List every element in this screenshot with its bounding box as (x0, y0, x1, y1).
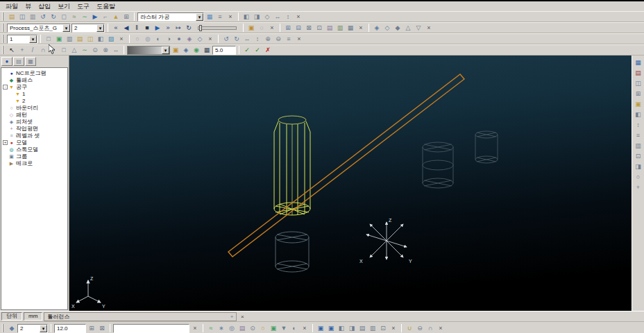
workplane-icon[interactable]: ◈ (372, 24, 382, 33)
nc-toolbar-close-icon[interactable]: × (117, 35, 126, 44)
tree-item[interactable]: ◆ 툴패스 (1, 76, 67, 83)
redo-icon[interactable]: ↻ (49, 12, 58, 22)
edit-toolbar-close-icon[interactable]: × (356, 24, 366, 33)
measure-icon[interactable]: ▦ (346, 24, 355, 33)
shaded-view-icon[interactable]: ◧ (242, 12, 251, 22)
subtract-icon[interactable]: ⊖ (415, 324, 425, 333)
tree-expander-icon[interactable] (3, 112, 8, 117)
rv-half-icon[interactable]: ◨ (634, 162, 643, 171)
clipboard-tab-icon[interactable]: ▦ (25, 57, 36, 66)
rest-machining-icon[interactable]: ◐ (289, 324, 299, 333)
view-left-right-icon[interactable]: ↔ (242, 35, 252, 44)
display-close-icon[interactable]: × (389, 324, 398, 333)
chevron-down-icon[interactable]: ▾ (196, 13, 203, 21)
workplane-edit-icon[interactable]: ◇ (382, 24, 392, 33)
process-select[interactable]: Process_스포츠_G ▾ (7, 24, 71, 33)
levels-tab-icon[interactable]: ▤ (13, 57, 24, 66)
toolbar-grip[interactable] (2, 46, 4, 54)
rv-zoom-icon[interactable]: ↕ (634, 121, 643, 130)
zoom-out-icon[interactable]: ⊖ (273, 35, 283, 44)
cancel-icon[interactable]: ✗ (263, 46, 273, 55)
tree-item[interactable]: ▼ 1 (1, 90, 67, 97)
tree-item[interactable]: - ▼ 공구 (1, 83, 67, 90)
nc-write-icon[interactable]: ▣ (54, 35, 64, 44)
menu-item[interactable]: 도움말 (93, 2, 119, 10)
tree-expander-icon[interactable]: + (3, 140, 8, 145)
rotate-icon[interactable]: ▽ (414, 24, 423, 33)
tree-item[interactable]: ◇ 패턴 (1, 111, 67, 118)
create-arc-icon[interactable]: ∩ (38, 46, 48, 55)
wireframe-view-icon[interactable]: ◨ (252, 12, 262, 22)
tree-expander-icon[interactable] (3, 119, 8, 124)
viewport-3d[interactable]: Z X Y Z X Y (69, 56, 632, 311)
collision-check-icon[interactable]: ▲ (111, 12, 121, 22)
open-project-icon[interactable]: ▤ (7, 12, 17, 22)
boundary-silhouette-icon[interactable]: ● (174, 35, 184, 44)
toolpath-create-icon[interactable]: ∼ (80, 12, 90, 22)
nc-count-select[interactable]: 2 ▾ (71, 24, 105, 33)
block-show-icon[interactable]: ⊞ (283, 24, 293, 33)
limit-icon[interactable]: ⊡ (314, 24, 324, 33)
drill-icon[interactable]: ▼ (279, 324, 289, 333)
sim-to-end-icon[interactable]: ↦ (173, 24, 183, 33)
align-icon[interactable]: ◆ (393, 24, 402, 33)
leads-links-icon[interactable]: ⌐ (101, 12, 110, 22)
toolbar-grip[interactable] (2, 12, 4, 21)
trim-icon[interactable]: ⊗ (101, 46, 110, 55)
transform-close-icon[interactable]: × (424, 24, 434, 33)
rv-list-icon[interactable]: ≡ (634, 131, 643, 140)
tree-expander-icon[interactable] (3, 147, 8, 152)
grid-off-icon[interactable]: ⊠ (97, 324, 107, 333)
pattern-make-icon[interactable]: ▤ (325, 24, 334, 33)
surface-icon[interactable]: ◈ (181, 46, 191, 55)
translucency-icon[interactable]: ◌ (257, 24, 266, 33)
rv-grid-icon[interactable]: ▥ (634, 142, 643, 151)
explorer-tab-icon[interactable]: ● (1, 57, 12, 66)
boundary-rest-icon[interactable]: ◐ (153, 35, 163, 44)
tree-expander-icon[interactable] (3, 105, 8, 110)
refresh-icon[interactable]: ≡ (284, 35, 294, 44)
tree-expander-icon[interactable] (3, 126, 8, 131)
apply-icon[interactable]: ✓ (253, 46, 262, 55)
level-select[interactable]: 1 ▾ (7, 35, 37, 44)
batch-process-icon[interactable]: ≡ (215, 12, 225, 22)
chevron-down-icon[interactable]: ▾ (162, 46, 169, 54)
pattern-strategy-icon[interactable]: ▤ (237, 324, 247, 333)
tree-expander-icon[interactable] (3, 71, 8, 76)
create-polygon-icon[interactable]: △ (69, 46, 79, 55)
line-style-select[interactable]: ▾ (127, 46, 170, 55)
tree-expander-icon[interactable] (3, 78, 8, 83)
save-project-icon[interactable]: ◫ (17, 12, 27, 22)
tree-expander-icon[interactable] (9, 92, 14, 96)
point-distribution-select[interactable]: 2 ▾ (17, 324, 48, 333)
tree-expander-icon[interactable] (3, 133, 8, 138)
sim-pause-icon[interactable]: ‖ (132, 24, 142, 33)
boundary-toolbar-close-icon[interactable]: × (205, 35, 215, 44)
tree-expander-icon[interactable]: - (3, 85, 8, 89)
tree-item[interactable]: ▼ 2 (1, 97, 67, 104)
nc-program-icon[interactable]: □ (44, 35, 53, 44)
boundary-edit-icon[interactable]: ⊠ (304, 24, 314, 33)
feed-rate-icon[interactable]: ≈ (69, 12, 79, 22)
tolerance-close-icon[interactable]: × (238, 314, 246, 320)
create-line-icon[interactable]: / (28, 46, 37, 55)
rv-block-icon[interactable]: ⊞ (634, 89, 643, 99)
pan-view-icon[interactable]: ↔ (273, 12, 282, 22)
sim-to-start-icon[interactable]: « (111, 24, 121, 33)
boundary-block-icon[interactable]: ◍ (143, 35, 153, 44)
tree-expander-icon[interactable] (9, 99, 14, 103)
tolerance-panel-tab[interactable]: 톨러런스 + (44, 312, 237, 321)
simulate-icon[interactable]: ▶ (90, 12, 100, 22)
iso-view-icon[interactable]: ◇ (262, 12, 272, 22)
command-input[interactable] (113, 324, 189, 333)
feature-set-icon[interactable]: ◇ (195, 35, 205, 44)
feed-value-box[interactable]: 12.0 (54, 324, 86, 333)
boundary-shallow-icon[interactable]: ◑ (164, 35, 173, 44)
mirror-icon[interactable]: △ (403, 24, 413, 33)
grid-on-icon[interactable]: ⊞ (87, 324, 96, 333)
undo-view-icon[interactable]: ↺ (221, 35, 231, 44)
tree-item[interactable]: + 작업평면 (1, 125, 67, 132)
sim-loop-icon[interactable]: ↻ (184, 24, 194, 33)
menu-item[interactable]: 도구 (74, 2, 93, 10)
tree-item[interactable]: + ● 모델 (1, 139, 67, 146)
